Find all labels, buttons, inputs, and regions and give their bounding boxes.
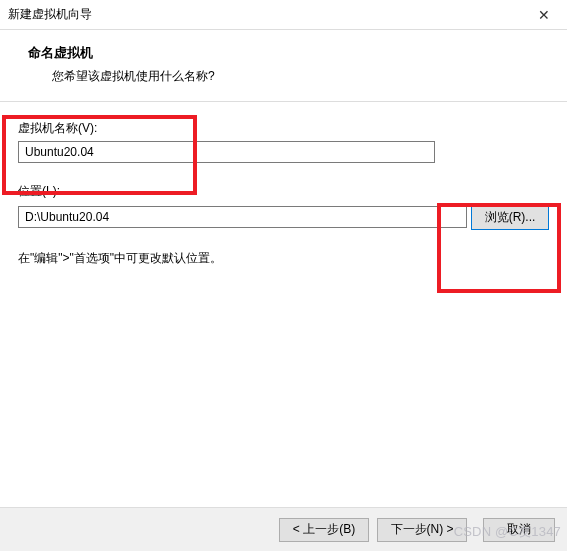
hint-text: 在"编辑">"首选项"中可更改默认位置。 xyxy=(18,250,549,267)
wizard-header: 命名虚拟机 您希望该虚拟机使用什么名称? xyxy=(0,30,567,102)
location-label: 位置(L): xyxy=(18,183,549,200)
page-subtitle: 您希望该虚拟机使用什么名称? xyxy=(28,68,539,85)
button-bar: < 上一步(B) 下一步(N) > 取消 xyxy=(0,507,567,551)
vm-name-label: 虚拟机名称(V): xyxy=(18,120,549,137)
wizard-content: 虚拟机名称(V): 位置(L): 浏览(R)... 在"编辑">"首选项"中可更… xyxy=(0,102,567,277)
back-button[interactable]: < 上一步(B) xyxy=(279,518,369,542)
window-title: 新建虚拟机向导 xyxy=(8,6,529,23)
vm-name-field-block: 虚拟机名称(V): xyxy=(18,120,549,163)
vm-name-input[interactable] xyxy=(18,141,435,163)
close-icon[interactable]: ✕ xyxy=(529,0,559,30)
page-title: 命名虚拟机 xyxy=(28,44,539,62)
location-input[interactable] xyxy=(18,206,467,228)
location-row: 浏览(R)... xyxy=(18,204,549,230)
next-button[interactable]: 下一步(N) > xyxy=(377,518,467,542)
location-field-block: 位置(L): 浏览(R)... xyxy=(18,183,549,230)
titlebar: 新建虚拟机向导 ✕ xyxy=(0,0,567,30)
browse-button[interactable]: 浏览(R)... xyxy=(471,204,549,230)
cancel-button[interactable]: 取消 xyxy=(483,518,555,542)
